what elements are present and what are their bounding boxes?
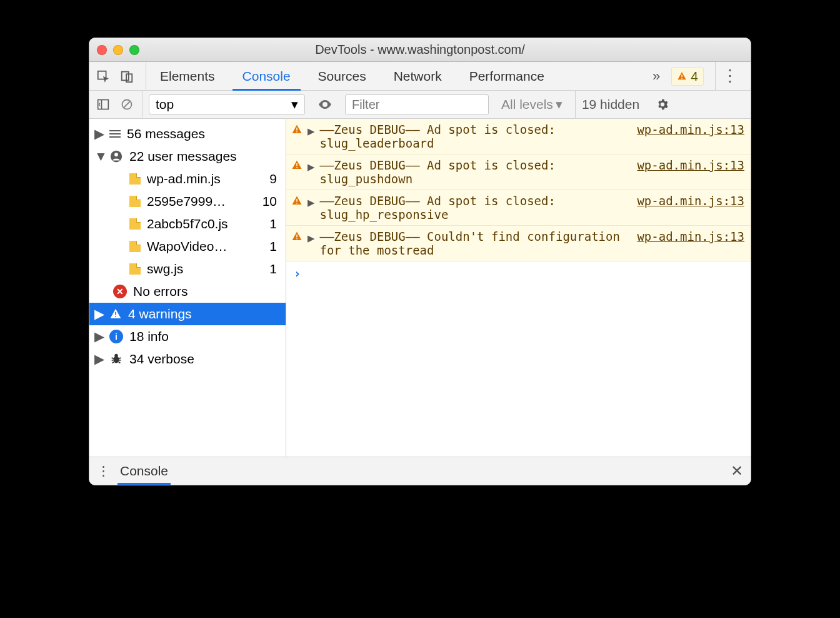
console-log-row: ▶ ––Zeus DEBUG–– Ad spot is closed: slug…: [286, 190, 751, 226]
svg-rect-27: [296, 235, 298, 238]
script-file-icon: [129, 263, 141, 275]
minimize-window-button[interactable]: [113, 45, 123, 55]
script-file-icon: [129, 218, 141, 230]
expand-arrow-icon: ▶: [94, 352, 103, 367]
svg-rect-28: [296, 238, 298, 240]
console-prompt[interactable]: ›: [286, 261, 751, 285]
list-icon: [109, 130, 121, 138]
svg-line-8: [124, 101, 130, 108]
tab-sources[interactable]: Sources: [304, 62, 380, 90]
sidebar-file-item[interactable]: 2595e7999… 10: [89, 190, 286, 213]
expand-arrow-icon[interactable]: ▶: [308, 230, 314, 245]
svg-line-16: [119, 358, 121, 358]
svg-rect-26: [296, 203, 298, 204]
svg-rect-1: [122, 71, 129, 80]
console-sidebar: ▶ 56 messages ▼ 22 user messages wp-ad.m…: [89, 119, 286, 457]
sidebar-file-item[interactable]: 2abcb5f7c0.js 1: [89, 213, 286, 235]
svg-rect-12: [115, 316, 116, 317]
log-source-link[interactable]: wp-ad.min.js:13: [637, 194, 744, 208]
error-icon: ✕: [113, 285, 127, 298]
settings-menu-icon[interactable]: ⋮: [715, 62, 744, 90]
log-message: ––Zeus DEBUG–– Ad spot is closed: slug_h…: [319, 194, 632, 221]
console-log-row: ▶ ––Zeus DEBUG–– Couldn't find configura…: [286, 226, 751, 261]
sidebar-group-user-messages[interactable]: ▼ 22 user messages: [89, 145, 286, 168]
drawer-tab-console[interactable]: Console: [120, 457, 168, 485]
svg-point-14: [114, 354, 118, 358]
tab-network[interactable]: Network: [380, 62, 456, 90]
titlebar: DevTools - www.washingtonpost.com/: [89, 38, 751, 62]
inspect-element-icon[interactable]: [96, 69, 111, 84]
svg-rect-4: [682, 78, 682, 78]
panel-tabs: Elements Console Sources Network Perform…: [146, 62, 558, 90]
svg-rect-5: [98, 100, 109, 109]
user-icon: [109, 149, 123, 163]
log-source-link[interactable]: wp-ad.min.js:13: [637, 123, 744, 136]
sidebar-group-errors[interactable]: ✕ No errors: [89, 280, 286, 303]
tab-performance[interactable]: Performance: [456, 62, 558, 90]
svg-rect-3: [682, 74, 682, 77]
svg-line-19: [112, 362, 114, 363]
sidebar-group-warnings[interactable]: ▶ 4 warnings: [89, 303, 286, 325]
warning-icon: [677, 71, 687, 81]
drawer-menu-icon[interactable]: ⋮: [97, 464, 120, 479]
warning-icon: [291, 158, 302, 171]
log-source-link[interactable]: wp-ad.min.js:13: [637, 230, 744, 243]
zoom-window-button[interactable]: [129, 45, 139, 55]
script-file-icon: [129, 196, 141, 207]
traffic-lights: [97, 45, 139, 55]
clear-console-icon[interactable]: [119, 97, 134, 112]
console-toolbar: top ▾ All levels ▾ 19 hidden: [89, 91, 751, 119]
tab-elements[interactable]: Elements: [146, 62, 229, 90]
collapse-arrow-icon: ▼: [94, 149, 103, 164]
sidebar-group-messages[interactable]: ▶ 56 messages: [89, 123, 286, 145]
console-log-row: ▶ ––Zeus DEBUG–– Ad spot is closed: slug…: [286, 154, 751, 190]
log-message: ––Zeus DEBUG–– Ad spot is closed: slug_l…: [319, 123, 632, 150]
expand-arrow-icon[interactable]: ▶: [308, 123, 314, 138]
execution-context-select[interactable]: top ▾: [149, 94, 305, 114]
console-main: ▶ 56 messages ▼ 22 user messages wp-ad.m…: [89, 119, 751, 457]
close-drawer-icon[interactable]: ✕: [731, 462, 743, 480]
filter-input[interactable]: [345, 94, 489, 115]
context-value: top: [156, 97, 174, 112]
sidebar-group-verbose[interactable]: ▶ 34 verbose: [89, 348, 286, 370]
info-icon: i: [109, 330, 123, 343]
expand-arrow-icon: ▶: [94, 306, 103, 322]
warning-icon: [291, 194, 302, 206]
log-message: ––Zeus DEBUG–– Ad spot is closed: slug_p…: [319, 158, 632, 186]
devtools-window: DevTools - www.washingtonpost.com/ Eleme…: [89, 38, 751, 485]
expand-arrow-icon[interactable]: ▶: [308, 158, 314, 173]
close-window-button[interactable]: [97, 45, 107, 55]
expand-arrow-icon[interactable]: ▶: [308, 194, 314, 209]
console-log-area[interactable]: ▶ ––Zeus DEBUG–– Ad spot is closed: slug…: [286, 119, 751, 457]
svg-rect-11: [115, 312, 116, 315]
panel-tabbar: Elements Console Sources Network Perform…: [89, 62, 751, 91]
log-level-select[interactable]: All levels ▾: [495, 97, 569, 112]
expand-arrow-icon: ▶: [94, 126, 103, 141]
warnings-summary-badge[interactable]: 4: [671, 67, 704, 86]
svg-point-10: [114, 153, 118, 156]
bug-icon: [109, 352, 123, 366]
log-message: ––Zeus DEBUG–– Couldn't find configurati…: [319, 230, 632, 257]
toggle-sidebar-icon[interactable]: [96, 97, 111, 112]
warning-icon: [109, 308, 122, 320]
sidebar-file-item[interactable]: WapoVideo… 1: [89, 235, 286, 258]
sidebar-file-item[interactable]: swg.js 1: [89, 258, 286, 280]
console-settings-icon[interactable]: [652, 98, 673, 111]
drawer: ⋮ Console ✕: [89, 457, 751, 485]
sidebar-group-info[interactable]: ▶ i 18 info: [89, 325, 286, 348]
log-source-link[interactable]: wp-ad.min.js:13: [637, 158, 744, 172]
svg-rect-24: [296, 167, 298, 168]
more-panels-icon[interactable]: »: [652, 68, 660, 84]
sidebar-file-item[interactable]: wp-ad.min.js 9: [89, 168, 286, 190]
hidden-messages-button[interactable]: 19 hidden: [575, 91, 646, 118]
svg-rect-25: [296, 199, 298, 202]
chevron-down-icon: ▾: [556, 97, 562, 112]
live-expression-icon[interactable]: [311, 97, 339, 112]
warning-icon: [291, 123, 302, 135]
svg-rect-22: [296, 131, 298, 133]
chevron-down-icon: ▾: [291, 97, 298, 112]
device-toolbar-icon[interactable]: [119, 69, 134, 84]
warnings-count: 4: [691, 69, 698, 84]
warning-icon: [291, 230, 302, 242]
tab-console[interactable]: Console: [229, 62, 304, 90]
